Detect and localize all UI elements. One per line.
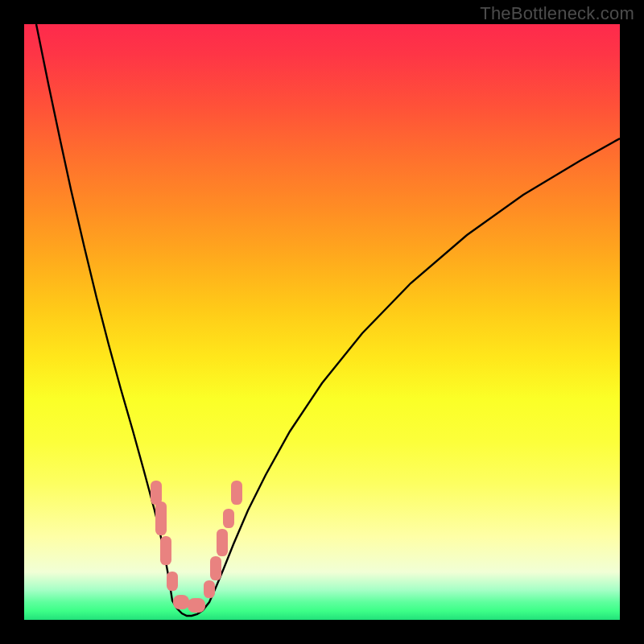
chart-frame: TheBottleneck.com bbox=[0, 0, 644, 644]
marker-point bbox=[210, 556, 221, 580]
marker-point bbox=[151, 481, 162, 505]
marker-point bbox=[223, 509, 234, 528]
marker-point bbox=[167, 572, 178, 591]
marker-point bbox=[231, 481, 242, 505]
marker-point bbox=[188, 598, 205, 613]
marker-point bbox=[204, 580, 215, 598]
watermark-text: TheBottleneck.com bbox=[480, 3, 634, 24]
marker-point bbox=[217, 529, 228, 556]
marker-layer bbox=[24, 24, 620, 620]
marker-point bbox=[173, 595, 189, 609]
plot-area bbox=[24, 24, 620, 620]
marker-group bbox=[151, 481, 242, 613]
marker-point bbox=[155, 502, 167, 535]
marker-point bbox=[160, 536, 171, 565]
